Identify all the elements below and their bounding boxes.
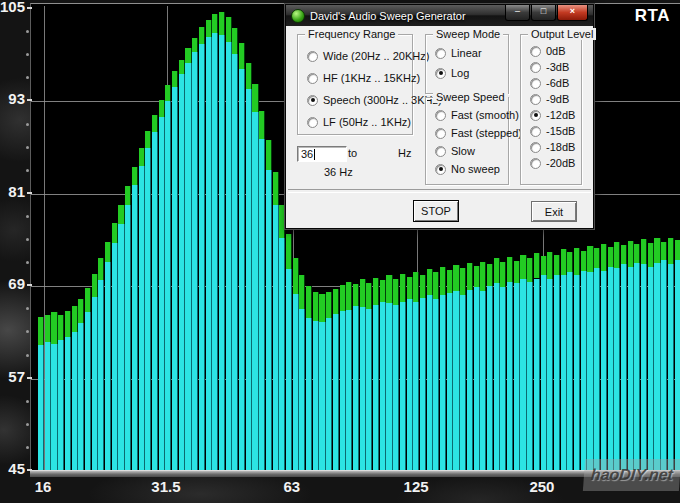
radio-icon[interactable] [530, 78, 541, 89]
radio-icon[interactable] [530, 158, 541, 169]
radio-option-wide-20hz-20khz[interactable]: Wide (20Hz .. 20KHz) [298, 45, 412, 67]
radio-label: Fast (smooth) [451, 109, 519, 121]
spectrum-bar-peak [634, 244, 640, 263]
radio-icon[interactable] [530, 126, 541, 137]
spectrum-bar-level [279, 238, 285, 471]
y-axis-minor-tick [26, 423, 29, 426]
radio-option-fast-smooth[interactable]: Fast (smooth) [426, 106, 508, 124]
spectrum-bar-level [78, 323, 84, 471]
radio-option-0db[interactable]: 0dB [521, 43, 581, 59]
spectrum-bar-level [306, 318, 312, 471]
rta-screen: { "rta": { "label": "RTA" }, "watermark"… [0, 0, 680, 503]
radio-option-no-sweep[interactable]: No sweep [426, 160, 508, 178]
radio-icon[interactable] [435, 146, 446, 157]
spectrum-bar-level [574, 275, 580, 471]
radio-icon[interactable] [307, 95, 318, 106]
radio-icon[interactable] [530, 142, 541, 153]
group-label: Sweep Mode [433, 28, 503, 40]
spectrum-bar-peak [346, 282, 352, 310]
radio-option-lf-50hz-1khz[interactable]: LF (50Hz .. 1KHz) [298, 111, 412, 133]
spectrum-bar-level [92, 297, 98, 471]
group-label: Sweep Speed [433, 91, 508, 103]
radio-icon[interactable] [435, 164, 446, 175]
radio-option-speech-300hz-3khz[interactable]: Speech (300Hz .. 3KHz) [298, 89, 412, 111]
radio-option-15db[interactable]: -15dB [521, 123, 581, 139]
radio-icon[interactable] [530, 110, 541, 121]
maximize-button[interactable]: □ [531, 5, 556, 21]
radio-icon[interactable] [307, 51, 318, 62]
y-axis-tick-label: 105 [0, 0, 25, 15]
spectrum-bar-peak [206, 20, 212, 37]
spectrum-bar-level [487, 286, 493, 471]
spectrum-bar-peak [293, 258, 299, 293]
spectrum-bar-peak [400, 274, 406, 302]
radio-icon[interactable] [435, 48, 446, 59]
stop-button[interactable]: STOP [413, 200, 459, 222]
spectrum-bar-peak [165, 85, 171, 101]
radio-icon[interactable] [530, 46, 541, 57]
spectrum-bar-level [460, 295, 466, 471]
spectrum-bar-level [353, 306, 359, 471]
spectrum-bar-peak [192, 38, 198, 52]
spectrum-bar-level [132, 185, 138, 471]
radio-icon[interactable] [307, 73, 318, 84]
spectrum-bar-peak [628, 241, 634, 267]
radio-option-slow[interactable]: Slow [426, 142, 508, 160]
spectrum-bar-level [98, 280, 104, 471]
y-axis-minor-tick [26, 215, 29, 218]
radio-icon[interactable] [530, 94, 541, 105]
spectrum-bar-peak [661, 242, 667, 260]
spectrum-bar-level [641, 264, 647, 471]
spectrum-bar-peak [65, 311, 71, 337]
radio-icon[interactable] [435, 68, 446, 79]
radio-option-fast-stepped[interactable]: Fast (stepped) [426, 124, 508, 142]
radio-label: -20dB [546, 157, 575, 169]
close-button[interactable]: × [557, 5, 588, 21]
radio-icon[interactable] [307, 117, 318, 128]
radio-option-log[interactable]: Log [426, 63, 508, 83]
radio-option-3db[interactable]: -3dB [521, 59, 581, 75]
spectrum-bar-peak [246, 63, 252, 89]
x-axis-baseline [30, 470, 680, 477]
radio-option-linear[interactable]: Linear [426, 43, 508, 63]
window-title: David's Audio Sweep Generator [310, 10, 466, 22]
spectrum-bar-level [266, 170, 272, 471]
spectrum-bar-level [547, 279, 553, 471]
spectrum-bar-level [520, 279, 526, 471]
spectrum-bar-peak [105, 242, 111, 263]
spectrum-bar-level [72, 332, 78, 471]
spectrum-bar-peak [185, 48, 191, 63]
y-axis-minor-tick [26, 400, 29, 403]
spectrum-bar-peak [72, 306, 78, 331]
spectrum-bar-level [480, 291, 486, 471]
x-axis-tick-label: 16 [13, 478, 73, 495]
spectrum-bar-level [366, 309, 372, 471]
radio-option-12db[interactable]: -12dB [521, 107, 581, 123]
spectrum-bar-peak [675, 240, 680, 260]
group-label: Output Level [528, 28, 596, 40]
minimize-button[interactable]: – [505, 5, 530, 21]
y-axis-major-tick [27, 192, 32, 194]
radio-option-hf-1khz-15khz[interactable]: HF (1KHz .. 15KHz) [298, 67, 412, 89]
radio-icon[interactable] [435, 110, 446, 121]
spectrum-bar-level [199, 44, 205, 471]
exit-button[interactable]: Exit [531, 201, 577, 222]
group-sweep-speed: Sweep Speed Fast (smooth)Fast (stepped)S… [425, 97, 509, 185]
radio-option-20db[interactable]: -20dB [521, 155, 581, 171]
frequency-input[interactable]: 36 [297, 146, 347, 162]
spectrum-bar-level [252, 112, 258, 471]
spectrum-bar-level [393, 305, 399, 471]
radio-option-9db[interactable]: -9dB [521, 91, 581, 107]
spectrum-bar-peak [567, 252, 573, 271]
radio-icon[interactable] [435, 128, 446, 139]
spectrum-bar-level [594, 268, 600, 471]
y-axis-minor-tick [26, 30, 29, 33]
radio-label: Slow [451, 145, 475, 157]
radio-option-18db[interactable]: -18dB [521, 139, 581, 155]
spectrum-bar-level [165, 101, 171, 471]
spectrum-bar-level [112, 243, 118, 471]
spectrum-bar-peak [373, 278, 379, 306]
radio-option-6db[interactable]: -6dB [521, 75, 581, 91]
radio-icon[interactable] [530, 62, 541, 73]
spectrum-bar-level [453, 291, 459, 471]
